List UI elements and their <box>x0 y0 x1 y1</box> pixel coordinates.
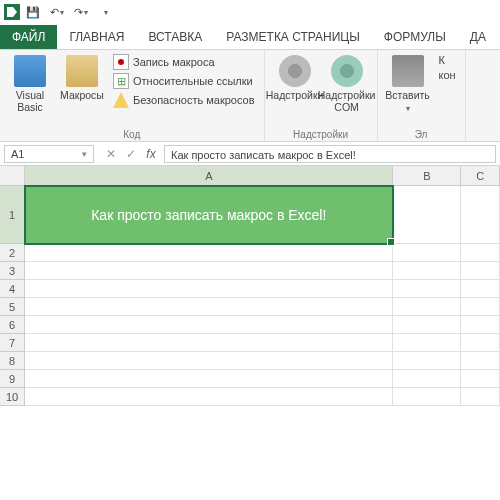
row: 3 <box>0 262 500 280</box>
group-label-controls: Эл <box>384 129 459 140</box>
undo-button[interactable]: ↶▾ <box>46 1 68 23</box>
cell[interactable] <box>25 244 393 262</box>
title-bar: 💾 ↶▾ ↷▾ ▾ <box>0 0 500 24</box>
tab-formulas[interactable]: ФОРМУЛЫ <box>372 25 458 49</box>
tab-page-layout[interactable]: РАЗМЕТКА СТРАНИЦЫ <box>214 25 372 49</box>
macros-icon <box>66 55 98 87</box>
insert-control-button[interactable]: Вставить▾ <box>384 53 432 115</box>
formula-bar: A1▾ ✕ ✓ fx Как просто записать макрос в … <box>0 142 500 166</box>
ribbon: Visual Basic Макросы Запись макроса Отно… <box>0 50 500 142</box>
name-box[interactable]: A1▾ <box>4 145 94 163</box>
group-label-code: Код <box>6 129 258 140</box>
column-header-b[interactable]: B <box>393 166 461 186</box>
cell[interactable] <box>393 280 461 298</box>
row: 8 <box>0 352 500 370</box>
fx-button[interactable]: fx <box>142 147 160 161</box>
cell[interactable] <box>25 298 393 316</box>
cell[interactable] <box>25 334 393 352</box>
column-header-a[interactable]: A <box>25 166 393 186</box>
cell[interactable] <box>25 352 393 370</box>
visual-basic-button[interactable]: Visual Basic <box>6 53 54 115</box>
tab-file[interactable]: ФАЙЛ <box>0 25 57 49</box>
cell[interactable] <box>461 298 500 316</box>
qat-customize-button[interactable]: ▾ <box>94 1 116 23</box>
row-header[interactable]: 2 <box>0 244 25 262</box>
row: 10 <box>0 388 500 406</box>
cell[interactable] <box>393 334 461 352</box>
cell[interactable]: Как просто записать макрос в Excel! <box>25 186 393 244</box>
addins-button[interactable]: Надстройки <box>271 53 319 103</box>
cell[interactable] <box>461 262 500 280</box>
enter-formula-button[interactable]: ✓ <box>122 147 140 161</box>
row-header[interactable]: 3 <box>0 262 25 280</box>
select-all-corner[interactable] <box>0 166 25 186</box>
com-addins-button[interactable]: Надстройки COM <box>323 53 371 115</box>
cell[interactable] <box>393 316 461 334</box>
tab-home[interactable]: ГЛАВНАЯ <box>57 25 136 49</box>
row-header[interactable]: 8 <box>0 352 25 370</box>
row-header[interactable]: 5 <box>0 298 25 316</box>
visual-basic-icon <box>14 55 46 87</box>
macros-button[interactable]: Макросы <box>58 53 106 103</box>
cell[interactable] <box>393 388 461 406</box>
row-header[interactable]: 10 <box>0 388 25 406</box>
cell[interactable] <box>393 244 461 262</box>
chevron-down-icon: ▾ <box>82 149 87 159</box>
cell[interactable] <box>25 262 393 280</box>
cancel-formula-button[interactable]: ✕ <box>102 147 120 161</box>
warning-icon <box>113 92 129 108</box>
cell[interactable] <box>461 280 500 298</box>
excel-logo-icon <box>4 4 20 20</box>
cell[interactable] <box>461 186 500 244</box>
ribbon-tabs: ФАЙЛ ГЛАВНАЯ ВСТАВКА РАЗМЕТКА СТРАНИЦЫ Ф… <box>0 24 500 50</box>
group-controls: Вставить▾ К кон Эл <box>378 50 466 141</box>
cell[interactable] <box>25 280 393 298</box>
group-code: Visual Basic Макросы Запись макроса Отно… <box>0 50 265 141</box>
cell[interactable] <box>461 370 500 388</box>
group-addins: Надстройки Надстройки COM Надстройки <box>265 50 378 141</box>
row-header[interactable]: 4 <box>0 280 25 298</box>
row: 6 <box>0 316 500 334</box>
toolbox-icon <box>392 55 424 87</box>
row: 4 <box>0 280 500 298</box>
column-header-c[interactable]: C <box>461 166 500 186</box>
cell[interactable] <box>461 388 500 406</box>
row: 7 <box>0 334 500 352</box>
cell[interactable] <box>461 352 500 370</box>
cell[interactable] <box>25 370 393 388</box>
cell[interactable] <box>461 244 500 262</box>
row: 2 <box>0 244 500 262</box>
row-header[interactable]: 7 <box>0 334 25 352</box>
worksheet: A B C 1Как просто записать макрос в Exce… <box>0 166 500 406</box>
cell[interactable] <box>393 262 461 280</box>
cell[interactable] <box>461 334 500 352</box>
save-button[interactable]: 💾 <box>22 1 44 23</box>
cell[interactable] <box>393 186 461 244</box>
gear-icon <box>279 55 311 87</box>
macro-security-button[interactable]: Безопасность макросов <box>110 91 258 109</box>
row: 9 <box>0 370 500 388</box>
redo-button[interactable]: ↷▾ <box>70 1 92 23</box>
tab-data[interactable]: ДА <box>458 25 498 49</box>
row: 1Как просто записать макрос в Excel! <box>0 186 500 244</box>
relative-refs-button[interactable]: Относительные ссылки <box>110 72 258 90</box>
group-label-addins: Надстройки <box>271 129 371 140</box>
relative-refs-icon <box>113 73 129 89</box>
cell[interactable] <box>393 370 461 388</box>
design-mode-button[interactable]: К <box>436 53 459 67</box>
row-header[interactable]: 6 <box>0 316 25 334</box>
cell[interactable] <box>461 316 500 334</box>
gear-icon <box>331 55 363 87</box>
row-header[interactable]: 1 <box>0 186 25 244</box>
tab-insert[interactable]: ВСТАВКА <box>136 25 214 49</box>
row: 5 <box>0 298 500 316</box>
record-macro-button[interactable]: Запись макроса <box>110 53 258 71</box>
cell[interactable] <box>393 298 461 316</box>
cell[interactable] <box>393 352 461 370</box>
design-mode-button-2[interactable]: кон <box>436 68 459 82</box>
cell[interactable] <box>25 316 393 334</box>
cell[interactable] <box>25 388 393 406</box>
formula-input[interactable]: Как просто записать макрос в Excel! <box>164 145 496 163</box>
row-header[interactable]: 9 <box>0 370 25 388</box>
record-icon <box>113 54 129 70</box>
